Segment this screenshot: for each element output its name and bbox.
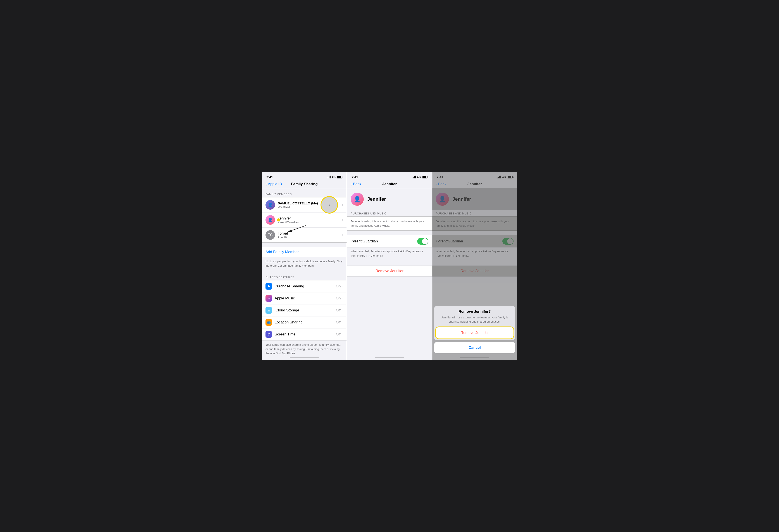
purchases-header-2: PURCHASES AND MUSIC (347, 210, 432, 217)
jennifer-profile-avatar: 👤 (351, 193, 364, 206)
nav-title-1: Family Sharing (291, 182, 318, 186)
avatar-samuel: 👤 (265, 200, 275, 210)
jennifer-text: Jennifer Parent/Guardian (278, 216, 342, 224)
content-1: FAMILY MEMBERS 👤 SAMUEL COSTELLO (Me) Or… (262, 188, 347, 360)
nav-bar-2: ‹ Back Jennifer (347, 180, 432, 188)
status-bar-1: 7:41 4G (262, 172, 347, 180)
screen-time-chevron-icon: › (342, 333, 343, 336)
purchase-sharing-status: On (336, 284, 341, 289)
parent-guardian-toggle-row: Parent/Guardian (347, 235, 432, 247)
add-family-member-button[interactable]: Add Family Member... (262, 247, 347, 257)
list-item-torpal[interactable]: TC Torpal Age 10 › (262, 228, 347, 242)
avatar-jennifer: 👤 (265, 215, 275, 225)
dialog-cancel-action[interactable]: Cancel (434, 342, 515, 353)
location-sharing-label: Location Sharing (275, 320, 336, 324)
dialog-remove-action[interactable]: Remove Jennifer (436, 327, 514, 339)
screen-time-icon-char: ⏱ (267, 333, 270, 336)
apple-music-label: Apple Music (275, 296, 336, 300)
dialog-remove-label[interactable]: Remove Jennifer (461, 331, 489, 335)
screen-jennifer-detail: 7:41 4G ‹ Back Jennifer (347, 172, 432, 360)
nav-back-1[interactable]: ‹ Apple ID (265, 182, 282, 186)
annotation-chevron-icon: › (328, 201, 330, 209)
purchase-sharing-chevron-icon: › (342, 284, 343, 288)
dialog-message: Jennifer will lose access to the feature… (434, 315, 515, 327)
jennifer-chevron-icon: › (342, 218, 343, 222)
nav-title-2: Jennifer (382, 182, 397, 186)
purchase-sharing-icon: A (265, 283, 272, 290)
battery-icon-1 (337, 176, 342, 178)
icloud-chevron-icon: › (342, 308, 343, 312)
chevron-left-icon-2: ‹ (351, 182, 352, 186)
nav-back-label-2[interactable]: Back (353, 182, 361, 186)
screens-container: 7:41 4G ‹ Apple ID Family Sharing (258, 172, 521, 360)
torpal-initials: TC (268, 233, 273, 237)
screen-time-status: Off (336, 332, 341, 337)
torpal-name: Torpal (278, 231, 342, 236)
jennifer-info-box: Jennifer is using this account to share … (347, 217, 432, 231)
feature-icloud-storage[interactable]: ☁ iCloud Storage Off › (262, 304, 347, 316)
avatar-samuel-icon: 👤 (268, 202, 273, 207)
signal-bars-1 (326, 176, 331, 178)
status-time-1: 7:41 (266, 175, 273, 179)
torpal-chevron-icon: › (342, 233, 343, 237)
nav-back-2[interactable]: ‹ Back (351, 182, 361, 186)
nav-back-label-1[interactable]: Apple ID (268, 182, 282, 186)
screen-time-icon: ⏱ (265, 331, 272, 338)
family-description: Up to six people from your household can… (262, 257, 347, 271)
location-icon-char: 👥 (267, 320, 271, 324)
chevron-left-icon-1: ‹ (265, 182, 267, 186)
screen-family-sharing: 7:41 4G ‹ Apple ID Family Sharing (262, 172, 347, 360)
music-icon-char: ♫ (268, 297, 270, 300)
signal-bar-2 (328, 177, 328, 178)
samuel-chevron-icon: › (342, 203, 343, 207)
status-icons-1: 4G (326, 175, 342, 179)
location-sharing-status: Off (336, 320, 341, 324)
icloud-storage-label: iCloud Storage (275, 308, 336, 312)
feature-location-sharing[interactable]: 👥 Location Sharing Off › (262, 316, 347, 329)
jennifer-profile-section: 👤 Jennifer (347, 188, 432, 210)
remove-jennifer-dialog: Remove Jennifer? Jennifer will lose acce… (432, 172, 517, 360)
circle-annotation-1: › (320, 196, 338, 214)
torpal-text: Torpal Age 10 (278, 231, 342, 239)
jennifer-profile-name: Jennifer (367, 196, 386, 202)
apple-music-status: On (336, 296, 341, 300)
icloud-icon-char: ☁ (267, 309, 270, 312)
torpal-sub: Age 10 (278, 236, 342, 239)
dialog-cancel-label[interactable]: Cancel (469, 346, 481, 350)
jennifer-name: Jennifer (278, 216, 342, 221)
network-type-1: 4G (332, 175, 336, 179)
signal-bar-4 (330, 176, 331, 178)
purchase-icon-char: A (267, 284, 270, 288)
status-time-2: 7:41 (352, 175, 358, 179)
screen-time-label: Screen Time (275, 332, 336, 337)
jennifer-dot-annotation (277, 218, 280, 222)
jennifer-info-text: Jennifer is using this account to share … (351, 219, 428, 228)
content-2: 👤 Jennifer PURCHASES AND MUSIC Jennifer … (347, 188, 432, 277)
avatar-jennifer-icon: 👤 (268, 218, 273, 222)
nav-bar-1: ‹ Apple ID Family Sharing (262, 180, 347, 188)
screen-jennifer-dialog: 7:41 4G ‹ Back Jennifer (432, 172, 517, 360)
parent-guardian-toggle[interactable] (417, 238, 428, 245)
location-chevron-icon: › (342, 320, 343, 324)
battery-icon-2 (422, 176, 427, 178)
avatar-torpal: TC (265, 230, 275, 240)
jennifer-sub: Parent/Guardian (278, 221, 342, 224)
purchase-sharing-label: Purchase Sharing (275, 284, 336, 289)
signal-bar-1 (326, 178, 327, 178)
icloud-icon: ☁ (265, 307, 272, 314)
location-icon: 👥 (265, 319, 272, 326)
home-indicator-2 (375, 357, 404, 358)
feature-screen-time[interactable]: ⏱ Screen Time Off › (262, 329, 347, 340)
status-bar-2: 7:41 4G (347, 172, 432, 180)
dialog-box: Remove Jennifer? Jennifer will lose acce… (434, 306, 515, 340)
toggle-description: When enabled, Jennifer can approve Ask t… (347, 247, 432, 261)
signal-bar-3 (329, 176, 329, 178)
dialog-title: Remove Jennifer? (434, 306, 515, 315)
toggle-label: Parent/Guardian (351, 239, 417, 243)
signal-bars-2 (412, 176, 416, 178)
list-item-jennifer[interactable]: 👤 Jennifer Parent/Guardian › (262, 213, 347, 228)
feature-purchase-sharing[interactable]: A Purchase Sharing On › (262, 280, 347, 292)
family-members-header: FAMILY MEMBERS (262, 188, 347, 197)
remove-jennifer-button-2[interactable]: Remove Jennifer (347, 265, 432, 277)
feature-apple-music[interactable]: ♫ Apple Music On › (262, 292, 347, 304)
